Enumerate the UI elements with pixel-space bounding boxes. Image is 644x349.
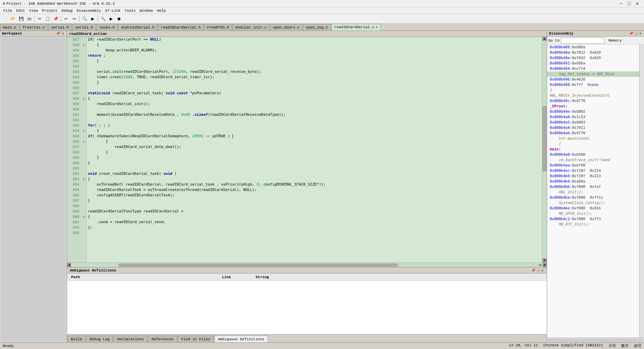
menu-tools[interactable]: Tools	[122, 9, 138, 13]
copy-btn[interactable]: 📋	[44, 15, 51, 22]
fold-353[interactable]: ⊟	[81, 177, 86, 182]
find-next-btn[interactable]: ▶	[89, 15, 96, 22]
menu-project[interactable]: Project	[40, 9, 59, 13]
code-line-342	[87, 117, 542, 123]
menu-debug[interactable]: Debug	[59, 9, 74, 13]
disasm-line-3: 0x800b48e: 0xf042 0x020	[547, 55, 639, 61]
menu-disassembly[interactable]: Disassembly	[74, 9, 103, 13]
save-btn[interactable]: 💾	[17, 15, 25, 22]
paste-btn[interactable]: 📌	[52, 15, 59, 22]
menu-file[interactable]: File	[1, 9, 14, 13]
editor-hscrollbar[interactable]: ◀ ◀▶ ▶	[67, 262, 547, 267]
tab-tasks[interactable]: tasks.h	[96, 24, 118, 31]
fold-328[interactable]: ⊟	[81, 42, 86, 48]
vscroll-thumb[interactable]	[542, 106, 547, 171]
hscroll-right[interactable]: ▶	[543, 263, 547, 267]
linenum-353: 353	[67, 177, 81, 182]
app-icon: ⚙	[3, 1, 5, 6]
disasm-comment-7: MX_RTC_Init();	[547, 222, 639, 227]
fold-column: ⊟ ⊟ ⊟	[81, 37, 87, 262]
save-all-btn[interactable]: 🗃	[25, 15, 33, 22]
code-area[interactable]: if( readIDCardSerialPort == NULL) { beep…	[87, 37, 542, 262]
hscroll-thumb[interactable]	[118, 263, 398, 267]
tab-serial-h2[interactable]: serial.h	[72, 24, 96, 31]
tab-android[interactable]: androidSerial.h	[118, 24, 157, 31]
tab-serial-h[interactable]: serial.h	[48, 24, 72, 31]
build-btn[interactable]: 🔨	[99, 15, 107, 22]
tab-references[interactable]: References	[148, 336, 177, 342]
tab-build[interactable]: Build	[67, 336, 86, 342]
tab-freertos[interactable]: freertos.c	[20, 24, 48, 31]
disasm-hscroll-thumb[interactable]	[548, 339, 643, 342]
stop-btn[interactable]: ⏹	[115, 15, 123, 22]
linenum-346: 346	[67, 139, 81, 144]
ambiguous-columns: Path Line String	[67, 273, 547, 281]
fold-360[interactable]: ⊟	[81, 214, 86, 219]
vscroll-up[interactable]: ▲	[542, 37, 547, 41]
disasm-pin-btn[interactable]: 📌	[629, 32, 634, 36]
linenum-359: 359	[67, 209, 81, 214]
code-line-338: {	[87, 96, 542, 101]
tab-findinfiles[interactable]: Find in Files	[178, 336, 214, 342]
close-button[interactable]: ✕	[635, 1, 640, 6]
disasm-label-1: _SProut:	[547, 104, 639, 109]
linenum-334: 334	[67, 74, 81, 80]
ambiguous-pin-btn[interactable]: 📌	[531, 268, 536, 272]
menu-view[interactable]: View	[27, 9, 40, 13]
goto-input[interactable]	[561, 38, 604, 44]
undo-btn[interactable]: ↩	[62, 15, 70, 22]
disasm-vscrollbar[interactable]	[639, 45, 644, 338]
tab-openlog[interactable]: open_log.c	[303, 24, 331, 31]
code-line-363	[87, 230, 542, 236]
tab-readidcard[interactable]: readIDCardSerial.c ✕	[331, 24, 381, 31]
redo-btn[interactable]: ↪	[70, 15, 78, 22]
linenum-339: 339	[67, 101, 81, 107]
hscroll-left[interactable]: ◀	[67, 263, 71, 267]
ambiguous-close-btn[interactable]: ✕	[541, 268, 544, 272]
menu-help[interactable]: Help	[155, 9, 168, 13]
fold-338[interactable]: ⊟	[81, 96, 86, 101]
minimize-button[interactable]: ─	[619, 1, 624, 6]
tab-readid-h[interactable]: readIDCardSerial.h	[158, 24, 204, 31]
tab-main[interactable]: main.c	[0, 24, 19, 31]
linenum-362: 362	[67, 225, 81, 230]
tab-opendoors[interactable]: open_doors.c	[270, 24, 303, 31]
tab-declarations[interactable]: Declarations	[113, 336, 147, 342]
workspace-close-btn[interactable]: ✕	[61, 32, 65, 36]
menu-stlink[interactable]: ST-Link	[103, 9, 122, 13]
disasm-close-btn[interactable]: ✕	[639, 32, 642, 36]
linenum-347: 347	[67, 144, 81, 150]
fold-344[interactable]: ⊟	[81, 128, 86, 134]
code-line-347: readIDCard_serial_data_deal();	[87, 144, 542, 150]
code-line-333: serial.init(readIDCardSerialPort, 115200…	[87, 69, 542, 74]
tab-freertos-h[interactable]: FreeRTOS.h	[204, 24, 232, 31]
tab-modular[interactable]: modular_init.c	[232, 24, 269, 31]
open-btn[interactable]: 📂	[9, 15, 17, 22]
linenum-352: 352	[67, 171, 81, 177]
disasm-line-16: 0x800b4ac: 0xf20f 0x224	[547, 168, 639, 173]
ambiguous-header: Ambiguous Definitions 📌 ⬚ ✕	[67, 267, 547, 273]
menu-window[interactable]: Window	[138, 9, 155, 13]
cut-btn[interactable]: ✂	[36, 15, 43, 22]
vscroll-down[interactable]: ▼	[542, 258, 547, 262]
ambiguous-float-btn[interactable]: ⬚	[537, 268, 540, 272]
disasm-float-btn[interactable]: ⬚	[635, 32, 638, 36]
tab-ambiguous[interactable]: Ambiguous Definitions	[214, 336, 268, 342]
code-line-359: readIDCardSerialFunsType readIDCardSeria…	[87, 209, 542, 214]
find-btn[interactable]: 🔍	[81, 15, 88, 22]
tab-close-readidcard[interactable]: ✕	[376, 25, 378, 29]
hscroll-arrows[interactable]: ◀▶	[538, 263, 542, 267]
code-line-354: osThreadDef( readIDCardSerial, readIDCar…	[87, 182, 542, 187]
tab-debuglog[interactable]: Debug Log	[86, 336, 113, 342]
fold-346[interactable]: ⊟	[81, 139, 86, 144]
code-line-337: static void readIDCard_serial_task( void…	[87, 91, 542, 96]
workspace-pin-btn[interactable]: 📌	[55, 32, 61, 36]
menu-edit[interactable]: Edit	[14, 9, 27, 13]
debug-btn[interactable]: ▶	[107, 15, 115, 22]
disasm-hscrollbar[interactable]	[547, 338, 644, 342]
disasm-brace-1: {	[547, 141, 639, 147]
maximize-button[interactable]: □	[627, 1, 632, 6]
new-btn[interactable]: 📄	[1, 15, 9, 22]
disassembly-goto: Go to Memory	[548, 38, 643, 44]
editor-vscrollbar[interactable]: ▲ ▼	[542, 37, 547, 262]
